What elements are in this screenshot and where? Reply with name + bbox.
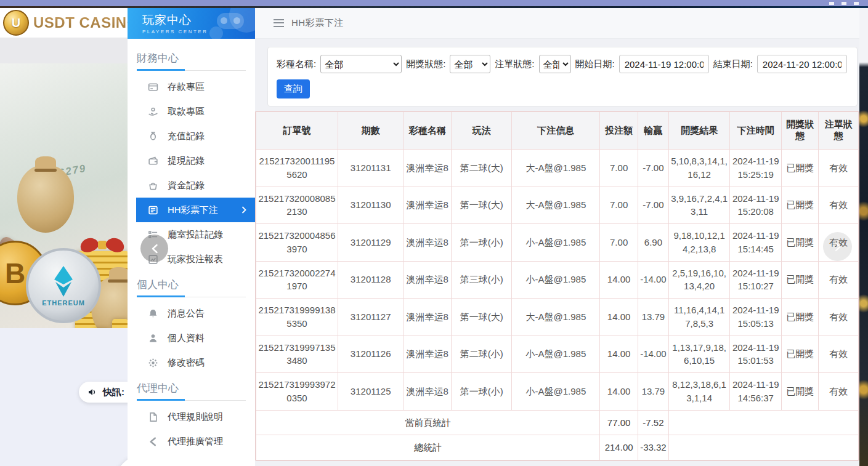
sidebar-item-label: 代理規則說明 bbox=[168, 411, 223, 423]
table-cell: 2152173200048563970 bbox=[256, 224, 338, 262]
draw-status-select[interactable]: 全部 bbox=[450, 55, 490, 73]
table-cell: 已開獎 bbox=[782, 187, 819, 224]
table-row: 215217320011195562031201131澳洲幸运8第二球(大)大-… bbox=[256, 150, 859, 187]
table-cell: 2024-11-19 15:25:19 bbox=[730, 150, 782, 187]
sidebar-item-funds-records[interactable]: 資金記錄 bbox=[128, 173, 255, 198]
table-cell: 小-A盤@1.985 bbox=[512, 373, 600, 411]
table-cell: 澳洲幸运8 bbox=[404, 299, 452, 336]
money-bag bbox=[17, 165, 74, 233]
sidebar-item-label: 消息公告 bbox=[168, 308, 205, 319]
table-cell: 31201130 bbox=[338, 187, 403, 224]
decorative-circle bbox=[209, 26, 223, 39]
table-cell: 第一球(小) bbox=[452, 224, 512, 262]
summary-bet-amount: 214.00 bbox=[600, 435, 638, 460]
sidebar-item-agent-promotion[interactable]: 代理推廣管理 bbox=[128, 429, 255, 454]
sidebar-item-label: 廳室投註記錄 bbox=[168, 229, 223, 241]
summary-empty-cell bbox=[669, 435, 859, 460]
column-header: 下注信息 bbox=[512, 112, 600, 150]
table-cell: 第一球(大) bbox=[452, 299, 512, 336]
table-cell: 2024-11-19 15:05:13 bbox=[730, 299, 782, 336]
table-cell: 2152173200111955620 bbox=[256, 150, 338, 187]
summary-winloss: -33.32 bbox=[638, 435, 668, 460]
news-ticker: 快訊: bbox=[79, 382, 128, 403]
sidebar-item-label: 玩家投注報表 bbox=[168, 254, 223, 265]
main-content: HH彩票下注 彩種名稱: 全部 開獎狀態: 全部 注單狀態: 全部 開始日期: … bbox=[255, 8, 859, 466]
funds-purse-icon bbox=[148, 180, 158, 191]
sidebar-item-label: 存款專區 bbox=[168, 81, 205, 93]
sidebar-section-title: 個人中心 bbox=[137, 278, 255, 292]
bow-knot bbox=[98, 241, 107, 249]
column-header: 下注時間 bbox=[730, 112, 782, 150]
sidebar-item-agent-rules[interactable]: 代理規則說明 bbox=[128, 404, 255, 429]
sidebar-collapse-button[interactable] bbox=[140, 235, 168, 262]
table-cell: 31201126 bbox=[338, 335, 403, 373]
table-cell: 9,18,10,12,14,2,13,8 bbox=[669, 224, 730, 262]
table-cell: 11,16,4,14,17,8,5,3 bbox=[669, 299, 730, 336]
sidebar-item-announcements[interactable]: 消息公告 bbox=[128, 301, 255, 326]
end-date-input[interactable] bbox=[757, 55, 847, 73]
chevron-right-icon bbox=[241, 206, 248, 214]
ethereum-label: ETHEREUM bbox=[42, 299, 85, 307]
lottery-name-select[interactable]: 全部 bbox=[320, 55, 402, 73]
table-cell: 小-A盤@1.985 bbox=[512, 224, 600, 262]
table-cell: 6.90 bbox=[638, 224, 668, 262]
table-cell: 澳洲幸运8 bbox=[404, 335, 452, 373]
table-cell: 第二球(大) bbox=[452, 150, 512, 187]
summary-label: 當前頁統計 bbox=[256, 410, 600, 435]
page-title: HH彩票下注 bbox=[291, 17, 344, 29]
sidebar-item-deposit-area[interactable]: 存款專區 bbox=[128, 74, 255, 99]
column-header: 投注額 bbox=[600, 112, 638, 150]
site-logo[interactable]: U USDT CASINO bbox=[0, 8, 128, 38]
order-status-select[interactable]: 全部 bbox=[539, 55, 571, 73]
background-band bbox=[0, 38, 128, 63]
sidebar-item-label: 修改密碼 bbox=[168, 357, 205, 369]
gear-icon bbox=[148, 358, 158, 368]
table-cell: 2,5,19,16,10,13,4,20 bbox=[669, 261, 730, 299]
table-cell: 31201125 bbox=[338, 373, 403, 411]
table-cell: 第一球(大) bbox=[452, 187, 512, 224]
column-header: 期數 bbox=[338, 112, 403, 150]
ticker-label: 快訊: bbox=[103, 387, 124, 398]
ethereum-coin-icon: ETHEREUM bbox=[26, 248, 101, 323]
bell-icon bbox=[148, 308, 158, 319]
chevron-left-icon bbox=[151, 244, 158, 254]
document-icon bbox=[148, 412, 158, 422]
table-cell: -14.00 bbox=[638, 261, 668, 299]
sidebar-item-withdraw-area[interactable]: 取款專區 bbox=[128, 99, 255, 124]
table-cell: 已開獎 bbox=[782, 261, 819, 299]
sidebar-item-change-password[interactable]: 修改密碼 bbox=[128, 350, 255, 375]
page-title-bar: HH彩票下注 bbox=[255, 8, 859, 39]
search-button[interactable]: 查詢 bbox=[277, 79, 310, 98]
recharge-bag-icon bbox=[148, 131, 158, 142]
panel-expand-button[interactable] bbox=[823, 232, 852, 261]
customer-service-button[interactable] bbox=[113, 452, 128, 466]
sidebar-item-cashout-records[interactable]: 提現記錄 bbox=[128, 148, 255, 173]
table-cell: 已開獎 bbox=[782, 335, 819, 373]
sidebar-item-label: 代理推廣管理 bbox=[168, 436, 223, 448]
brand-name: USDT CASINO bbox=[33, 14, 128, 31]
table-cell: 7.00 bbox=[600, 150, 638, 187]
table-cell: 31201129 bbox=[338, 224, 403, 262]
sidebar-item-label: 取款專區 bbox=[168, 106, 205, 118]
background-bottom: 快訊: bbox=[0, 328, 128, 466]
table-cell: 31201128 bbox=[338, 261, 403, 299]
table-cell: 1,13,17,9,18,6,10,15 bbox=[669, 335, 730, 373]
table-row: 215217319997135348031201126澳洲幸运8第二球(小)小-… bbox=[256, 335, 859, 373]
table-cell: 2152173199939720350 bbox=[256, 373, 338, 411]
table-cell: 2152173200080852130 bbox=[256, 187, 338, 224]
start-date-label: 開始日期: bbox=[575, 58, 615, 70]
hamburger-menu-icon[interactable] bbox=[274, 19, 284, 27]
total-summary-row: 總統計214.00-33.32 bbox=[256, 435, 859, 460]
sidebar-item-recharge-records[interactable]: 充值記錄 bbox=[128, 124, 255, 148]
table-cell: 已開獎 bbox=[782, 224, 819, 262]
share-icon bbox=[148, 436, 158, 447]
table-cell: -7.00 bbox=[638, 150, 668, 187]
table-cell: 5,10,8,3,14,1,16,12 bbox=[669, 150, 730, 187]
table-cell: 2024-11-19 15:20:08 bbox=[730, 187, 782, 224]
sidebar-item-hh-lottery-bets[interactable]: HH彩票下注 bbox=[136, 198, 255, 222]
table-cell: 31201127 bbox=[338, 299, 403, 336]
bets-table-panel: 訂單號期數彩種名稱玩法下注信息投注額輸贏開獎結果下注時間開獎狀態注單狀態 215… bbox=[255, 111, 859, 461]
sidebar-item-personal-profile[interactable]: 個人資料 bbox=[128, 326, 255, 350]
sidebar-item-label: HH彩票下注 bbox=[168, 204, 218, 216]
start-date-input[interactable] bbox=[619, 55, 709, 73]
